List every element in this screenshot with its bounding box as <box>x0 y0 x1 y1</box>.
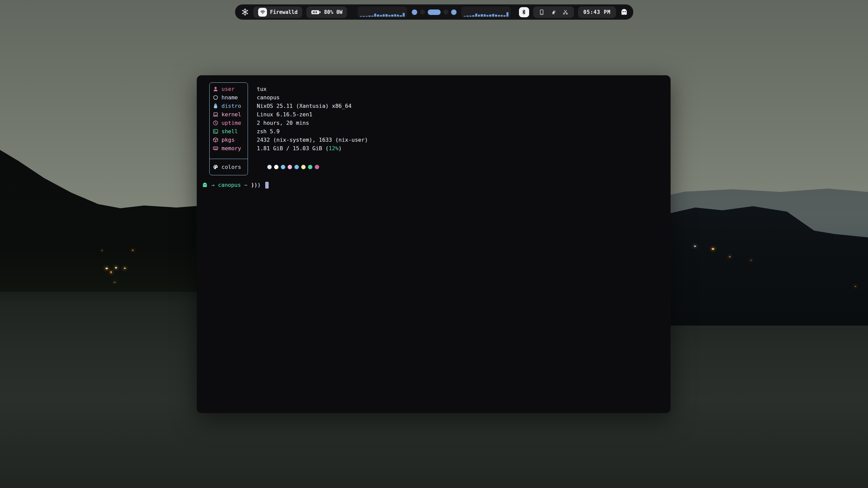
bluetooth-icon[interactable] <box>519 7 529 17</box>
fetch-values: tuxcanopusNixOS 25.11 (Xantusia) x86_64L… <box>257 85 368 153</box>
graph-bar <box>469 16 471 17</box>
workspace-2[interactable] <box>420 9 425 15</box>
fetch-label-user: user <box>213 85 241 93</box>
desktop: Firewalld 80% 0W 05:43 PM <box>0 0 868 488</box>
clock-chip[interactable]: 05:43 PM <box>578 6 616 18</box>
fetch-value-memory: 1.81 GiB / 15.03 GiB (12%) <box>257 144 368 153</box>
scissors-icon[interactable] <box>562 9 568 15</box>
battery-chip[interactable]: 80% 0W <box>306 6 347 18</box>
graph-bar <box>484 14 486 17</box>
text-cursor <box>265 182 269 189</box>
circle-icon <box>213 95 218 100</box>
graph-bar <box>371 16 373 17</box>
prompt-ghost-icon <box>202 182 208 188</box>
clock-icon <box>213 120 218 126</box>
workspace-3-active[interactable] <box>428 9 441 15</box>
terminal-window[interactable]: userhnamedistrokerneluptimeshellpkgsmemo… <box>197 75 671 413</box>
fetch-label-memory: memory <box>213 144 241 153</box>
workspace-4[interactable] <box>443 9 448 15</box>
palette-swatch-2 <box>274 165 278 169</box>
graph-bar <box>498 15 500 17</box>
graph-bar <box>478 15 480 17</box>
fetch-label-pkgs: pkgs <box>213 136 241 144</box>
graph-bar <box>383 14 385 17</box>
graph-bar <box>403 13 405 17</box>
fetch-value-uptime: 2 hours, 20 mins <box>257 119 368 127</box>
bar-left-group: Firewalld 80% 0W <box>240 4 347 20</box>
laptop-icon <box>213 112 218 117</box>
graph-bar <box>380 15 382 17</box>
penguin-icon <box>213 103 218 109</box>
graph-bar <box>495 15 497 17</box>
palette-swatch-3 <box>281 165 285 169</box>
workspace-indicator <box>410 9 459 15</box>
flame-icon[interactable] <box>551 9 557 15</box>
graph-bar <box>363 16 365 17</box>
fetch-value-hname: canopus <box>257 93 368 102</box>
color-palette <box>267 163 319 171</box>
fetch-labels: userhnamedistrokerneluptimeshellpkgsmemo… <box>213 85 241 153</box>
graph-bar <box>368 16 370 17</box>
graph-bar <box>475 14 477 17</box>
prompt-chevron: ) <box>254 182 257 188</box>
graph-bar <box>366 16 368 17</box>
graph-bar <box>506 12 508 17</box>
palette-swatch-1 <box>267 165 272 169</box>
village-light <box>729 256 731 257</box>
fetch-value-user: tux <box>257 85 368 93</box>
graph-bar <box>481 14 483 17</box>
firewall-label: Firewalld <box>270 9 297 15</box>
workspace-1[interactable] <box>412 9 417 15</box>
ram-icon <box>213 145 218 151</box>
firewall-chip[interactable]: Firewalld <box>253 6 302 18</box>
workspace-5[interactable] <box>451 9 457 15</box>
village-light <box>855 286 856 287</box>
phone-icon[interactable] <box>539 9 545 15</box>
graph-bar <box>501 15 503 17</box>
graph-bar <box>472 15 474 17</box>
graph-bar <box>360 16 362 17</box>
bar-right-group: 05:43 PM <box>519 4 628 20</box>
graph-bar <box>377 15 379 17</box>
village-light <box>110 271 112 273</box>
village-light <box>694 246 696 247</box>
graph-bar <box>492 14 494 17</box>
fetch-label-kernel: kernel <box>213 110 241 119</box>
village-light <box>115 267 117 269</box>
prompt-arrow: → <box>211 182 215 188</box>
palette-swatch-4 <box>288 165 292 169</box>
ghost-icon[interactable] <box>620 8 628 16</box>
cpu-graph-right[interactable] <box>461 6 511 18</box>
village-light <box>105 268 108 269</box>
village-light <box>124 268 126 269</box>
prompt-chevron: ) <box>251 182 254 188</box>
palette-swatch-6 <box>301 165 306 169</box>
prompt-chevron: ) <box>257 182 261 188</box>
status-bar: Firewalld 80% 0W 05:43 PM <box>235 4 633 20</box>
fetch-value-pkgs: 2432 (nix-system), 1633 (nix-user) <box>257 136 368 144</box>
graph-bar <box>400 15 402 17</box>
wifi-shield-icon <box>258 8 267 17</box>
fetch-box-divider <box>210 159 248 159</box>
fetch-label-uptime: uptime <box>213 119 241 127</box>
graph-bar <box>374 14 376 17</box>
village-light <box>114 282 116 283</box>
fetch-label-distro: distro <box>213 102 241 110</box>
palette-swatch-5 <box>294 165 299 169</box>
prompt-host: canopus <box>218 182 241 188</box>
colors-label: colors <box>221 164 241 170</box>
battery-label: 80% 0W <box>324 9 342 15</box>
prompt-path: ~ <box>244 182 248 188</box>
palette-swatch-8 <box>315 165 319 169</box>
nixos-snowflake-icon[interactable] <box>240 8 249 17</box>
village-light <box>132 250 134 251</box>
village-light <box>101 250 103 251</box>
package-icon <box>213 137 218 143</box>
graph-bar <box>397 15 399 17</box>
village-light <box>750 260 752 261</box>
graph-bar <box>464 16 466 17</box>
graph-bar <box>385 14 387 17</box>
cpu-graph-left[interactable] <box>358 6 407 18</box>
terminal-icon <box>213 129 218 134</box>
fetch-label-shell: shell <box>213 127 241 136</box>
